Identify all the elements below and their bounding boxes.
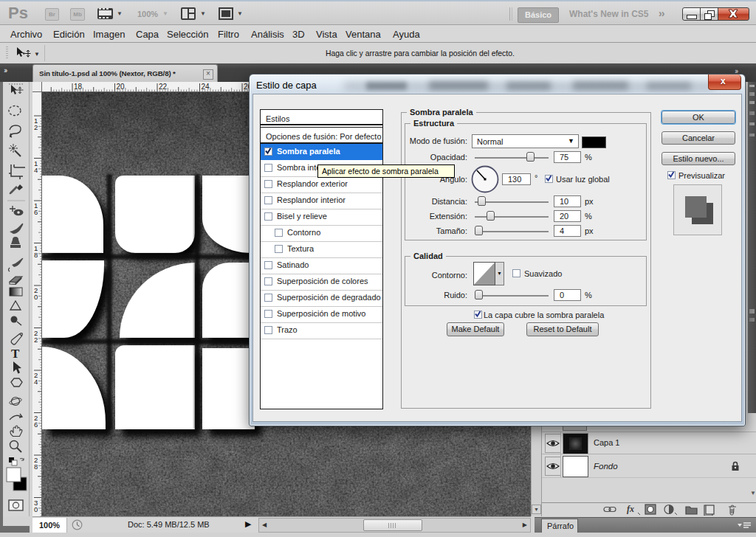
svg-text:6: 6 <box>34 420 38 429</box>
svg-text:fx: fx <box>627 504 634 514</box>
svg-text:0: 0 <box>34 293 38 301</box>
svg-text:6: 6 <box>34 208 38 216</box>
svg-text:8: 8 <box>34 251 38 259</box>
svg-text:20: 20 <box>117 83 126 91</box>
svg-text:4: 4 <box>34 166 38 174</box>
svg-text:0: 0 <box>34 505 38 513</box>
svg-text:24: 24 <box>202 83 210 91</box>
svg-text:2: 2 <box>34 123 38 131</box>
svg-text:4: 4 <box>34 378 38 386</box>
svg-text:8: 8 <box>34 462 38 471</box>
svg-text:22: 22 <box>159 83 168 91</box>
svg-text:T: T <box>11 347 20 361</box>
svg-text:2: 2 <box>34 336 38 344</box>
svg-text:18: 18 <box>74 83 83 91</box>
